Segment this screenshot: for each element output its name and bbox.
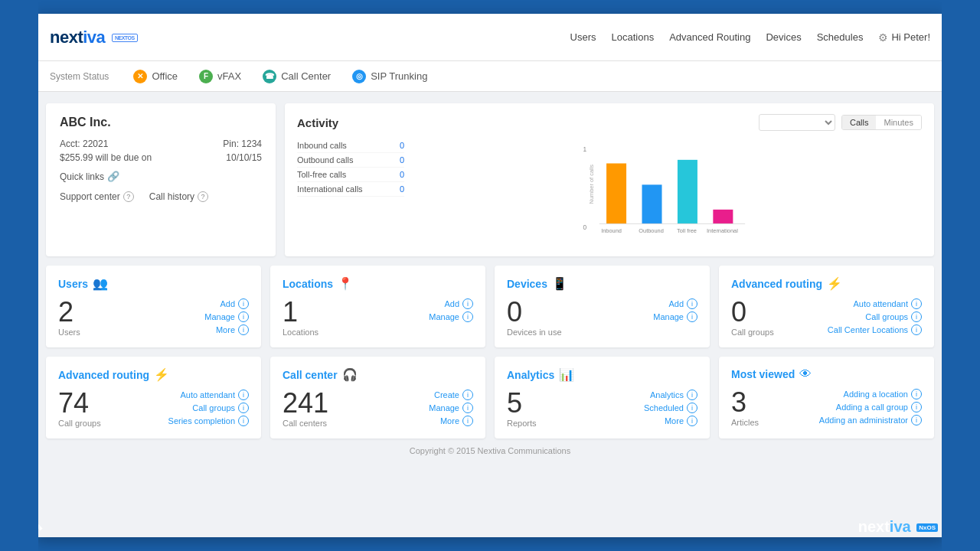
nav-advanced-routing[interactable]: Advanced Routing xyxy=(669,31,750,43)
analytics-scheduled-action[interactable]: Scheduled i xyxy=(644,403,697,413)
sub-nav: System Status ✕ Office F vFAX ☎ Call Cen… xyxy=(34,61,946,92)
ar-r1-call-groups-label: Call groups xyxy=(865,312,908,321)
tollfree-calls-stat: Toll-free calls 0 xyxy=(297,168,404,182)
devices-card-main: 0 Devices in use Add i Manage i xyxy=(507,298,697,337)
callcenter-tab[interactable]: ☎ Call Center xyxy=(260,70,334,83)
mv-adding-location-action[interactable]: Adding a location i xyxy=(844,389,922,399)
dashboard-grid-row1: Users 👥 2 Users Add i Manage xyxy=(46,266,934,347)
user-greeting: ⚙ Hi Peter! xyxy=(878,31,930,44)
nav-locations[interactable]: Locations xyxy=(612,31,655,43)
devices-actions: Add i Manage i xyxy=(653,298,697,322)
advanced-routing-r1-header: Advanced routing ⚡ xyxy=(731,276,922,291)
cc-manage-action[interactable]: Manage i xyxy=(429,403,473,413)
devices-manage-label: Manage xyxy=(653,312,684,321)
ar-r1-call-groups-action[interactable]: Call groups i xyxy=(865,311,922,322)
office-tab[interactable]: ✕ Office xyxy=(130,70,181,83)
analytics-scheduled-info-icon: i xyxy=(687,403,697,413)
ar-r2-series-action[interactable]: Series completion i xyxy=(168,416,249,426)
mv-adding-admin-label: Adding an administrator xyxy=(819,416,908,425)
call-history-link[interactable]: Call history ? xyxy=(149,191,208,202)
most-viewed-title: Most viewed xyxy=(731,368,795,380)
ar-r2-auto-attendant-info-icon: i xyxy=(238,390,249,400)
support-center-label: Support center xyxy=(60,191,120,202)
users-manage-action[interactable]: Manage i xyxy=(204,311,249,322)
mv-adding-callgroup-action[interactable]: Adding a call group i xyxy=(836,402,922,412)
vfax-tab[interactable]: F vFAX xyxy=(196,70,244,83)
call-center-title: Call center xyxy=(283,369,338,381)
ar-r1-auto-attendant-action[interactable]: Auto attendant i xyxy=(853,298,922,309)
ar-r1-cc-locations-label: Call Center Locations xyxy=(828,325,908,334)
users-add-action[interactable]: Add i xyxy=(220,298,249,309)
cc-create-label: Create xyxy=(434,390,459,399)
devices-card-title: Devices xyxy=(507,278,547,290)
locations-num-area: 1 Locations xyxy=(283,298,318,337)
advanced-routing-r2-num-area: 74 Call groups xyxy=(58,390,101,428)
most-viewed-num-area: 3 Articles xyxy=(731,389,759,427)
cc-create-action[interactable]: Create i xyxy=(434,390,473,400)
users-add-label: Add xyxy=(220,299,235,308)
advanced-routing-r1-label: Call groups xyxy=(731,328,774,337)
top-nav: nextiva NEXTOS Users Locations Advanced … xyxy=(34,14,946,61)
activity-dropdown[interactable] xyxy=(759,114,835,131)
tab-calls[interactable]: Calls xyxy=(842,116,876,129)
cc-more-action[interactable]: More i xyxy=(440,416,473,426)
locations-add-action[interactable]: Add i xyxy=(444,298,473,309)
footer: Copyright © 2015 Nextiva Communications xyxy=(46,446,934,455)
mv-adding-admin-info-icon: i xyxy=(911,415,922,425)
analytics-more-label: More xyxy=(665,416,684,425)
locations-add-info-icon: i xyxy=(462,298,473,309)
nav-users[interactable]: Users xyxy=(570,31,596,43)
most-viewed-card: Most viewed 👁 3 Articles Adding a locati… xyxy=(719,357,934,439)
mv-adding-admin-action[interactable]: Adding an administrator i xyxy=(819,415,922,425)
svg-text:Inbound: Inbound xyxy=(601,227,622,234)
ar-r1-cc-locations-action[interactable]: Call Center Locations i xyxy=(828,324,922,335)
analytics-actions: Analytics i Scheduled i More i xyxy=(644,390,697,426)
bottom-right-branding: nextiva NxOS xyxy=(858,518,938,536)
quick-links-icon[interactable]: 🔗 xyxy=(107,171,119,182)
devices-add-action[interactable]: Add i xyxy=(668,298,697,309)
analytics-analytics-info-icon: i xyxy=(687,390,697,400)
support-center-link[interactable]: Support center ? xyxy=(60,191,134,202)
account-links: Support center ? Call history ? xyxy=(60,191,262,202)
most-viewed-label: Articles xyxy=(731,418,759,427)
devices-card: Devices 📱 0 Devices in use Add i xyxy=(495,266,710,347)
analytics-label: Reports xyxy=(507,419,537,428)
tab-minutes[interactable]: Minutes xyxy=(876,116,921,129)
users-number: 2 xyxy=(58,298,80,326)
locations-actions: Add i Manage i xyxy=(429,298,473,322)
outbound-bar xyxy=(642,184,662,223)
nav-schedules[interactable]: Schedules xyxy=(817,31,864,43)
top-row: ABC Inc. Acct: 22021 Pin: 1234 $255.99 w… xyxy=(46,103,934,256)
users-more-label: More xyxy=(216,325,235,334)
locations-manage-action[interactable]: Manage i xyxy=(429,311,473,322)
cc-create-info-icon: i xyxy=(462,390,473,400)
analytics-analytics-action[interactable]: Analytics i xyxy=(650,390,697,400)
ar-r1-cc-locations-info-icon: i xyxy=(911,324,922,335)
tab-group: Calls Minutes xyxy=(841,115,922,130)
nav-devices[interactable]: Devices xyxy=(766,31,801,43)
call-center-card: Call center 🎧 241 Call centers Create i xyxy=(270,357,485,439)
devices-manage-action[interactable]: Manage i xyxy=(653,311,697,322)
most-viewed-main: 3 Articles Adding a location i Adding a … xyxy=(731,389,922,427)
svg-text:Outbound: Outbound xyxy=(639,227,664,234)
users-more-action[interactable]: More i xyxy=(216,324,249,335)
sip-tab[interactable]: ◎ SIP Trunking xyxy=(349,70,430,83)
chart-area: 1 0 Number of calls xyxy=(412,139,922,246)
callcenter-label: Call Center xyxy=(281,70,331,82)
call-history-label: Call history xyxy=(149,191,194,202)
locations-icon: 📍 xyxy=(338,276,353,291)
ar-r2-call-groups-action[interactable]: Call groups i xyxy=(192,403,249,413)
call-center-icon: 🎧 xyxy=(342,367,358,382)
gear-icon[interactable]: ⚙ xyxy=(878,31,888,44)
ar-r2-auto-attendant-action[interactable]: Auto attendant i xyxy=(180,390,249,400)
advanced-routing-r1-main: 0 Call groups Auto attendant i Call grou… xyxy=(731,298,922,337)
inbound-label: Inbound calls xyxy=(297,141,347,150)
analytics-analytics-label: Analytics xyxy=(650,390,684,399)
advanced-routing-r1-actions: Auto attendant i Call groups i Call Cent… xyxy=(828,298,922,335)
due-date: 10/10/15 xyxy=(162,152,262,163)
analytics-more-action[interactable]: More i xyxy=(665,416,697,426)
analytics-card: Analytics 📊 5 Reports Analytics i xyxy=(495,357,710,439)
mv-adding-location-label: Adding a location xyxy=(844,390,908,399)
locations-card: Locations 📍 1 Locations Add i Man xyxy=(270,266,485,347)
international-label: International calls xyxy=(297,184,363,194)
